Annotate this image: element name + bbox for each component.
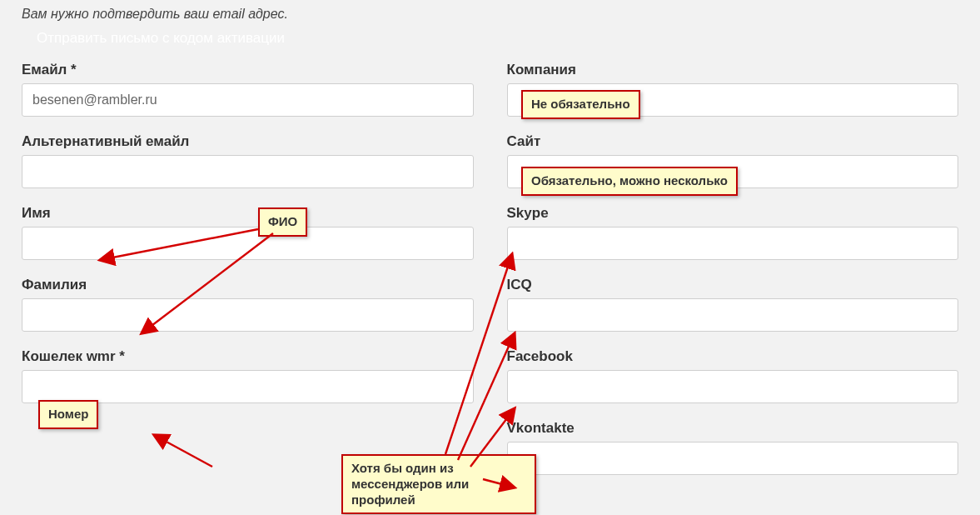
email-label: Емайл *: [22, 62, 474, 78]
right-column: Компания Сайт Skype ICQ Facebook Vkontak…: [507, 62, 959, 492]
send-activation-link[interactable]: Отправить письмо с кодом активации: [37, 30, 285, 47]
company-label: Компания: [507, 62, 959, 78]
vkontakte-label: Vkontakte: [507, 420, 959, 437]
email-input[interactable]: [22, 83, 474, 117]
wmr-label: Кошелек wmr *: [22, 348, 474, 365]
wmr-input[interactable]: [22, 370, 474, 403]
first-name-label: Имя: [22, 205, 474, 222]
vkontakte-input[interactable]: [507, 442, 959, 475]
alt-email-label: Альтернативный емайл: [22, 133, 474, 150]
first-name-input[interactable]: [22, 227, 474, 260]
alt-email-input[interactable]: [22, 155, 474, 188]
callout-required-multiple: Обязательно, можно несколько: [521, 167, 738, 196]
callout-nomer: Номер: [38, 400, 98, 429]
last-name-input[interactable]: [22, 298, 474, 332]
skype-input[interactable]: [507, 227, 959, 260]
icq-input[interactable]: [507, 298, 959, 332]
skype-label: Skype: [507, 205, 959, 222]
icq-label: ICQ: [507, 277, 959, 293]
site-label: Сайт: [507, 133, 959, 150]
facebook-label: Facebook: [507, 348, 959, 365]
callout-fio: ФИО: [258, 208, 307, 237]
last-name-label: Фамилия: [22, 277, 474, 293]
callout-messenger-note: Хотя бы один из мессенджеров или профиле…: [341, 454, 536, 514]
callout-not-required: Не обязательно: [521, 90, 640, 119]
facebook-input[interactable]: [507, 370, 959, 403]
email-confirm-notice: Вам нужно подтвердить ваш email адрес.: [22, 7, 288, 22]
